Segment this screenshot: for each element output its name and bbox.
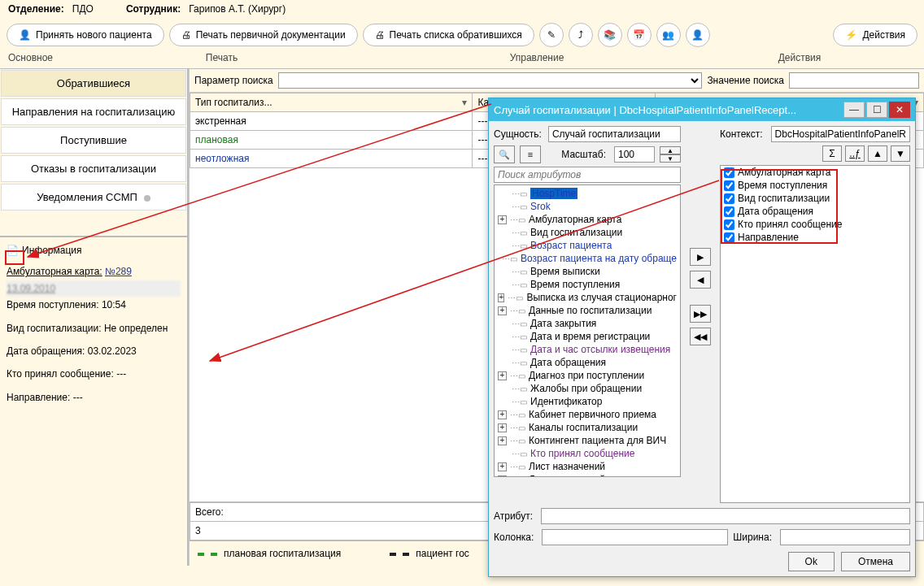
tool-icon-4[interactable]: 📅 [627,23,652,47]
legend-dash-plan-icon [198,553,217,556]
context-input[interactable] [771,126,910,142]
func-button[interactable]: ..ƒ [845,145,865,162]
tree-node[interactable]: ⋯▭ Время выписки [498,265,677,278]
up-button[interactable]: ▲ [868,145,887,162]
entity-input[interactable] [548,126,681,142]
check-input[interactable] [724,219,734,230]
check-input[interactable] [724,180,734,191]
search-param-select[interactable] [278,72,703,89]
info-panel: 📄 Информация Амбулаторная карта: №289 13… [0,236,187,410]
tree-node[interactable]: +⋯▭ Лист назначений [498,460,677,473]
check-item[interactable]: Амбулаторная карта [721,166,909,179]
dialog-titlebar[interactable]: Случай госпитализации | DbcHospitalPatie… [489,98,915,121]
sidebar: Обратившиеся Направления на госпитализац… [0,69,189,566]
blurred-line: 13.09.2010 [7,280,181,297]
tree-node[interactable]: ⋯▭ Дата закрытия [498,317,677,330]
tree-node[interactable]: +⋯▭ Диагноз при поступлении [498,369,677,382]
printer-icon: 🖨 [375,29,385,41]
tool-b-icon[interactable]: ≡ [520,145,541,163]
col-hosp-type[interactable]: Тип госпитализ...▾ [190,93,473,112]
check-input[interactable] [724,232,734,243]
tree-node[interactable]: ⋯▭ Вид госпитализации [498,226,677,239]
sidebar-tab-applied[interactable]: Обратившиеся [1,70,186,97]
scale-down-button[interactable]: ▼ [660,154,681,163]
attr-input[interactable] [541,508,910,524]
move-all-left-button[interactable]: ◀◀ [690,328,711,345]
dept-label: Отделение: [8,3,64,15]
dept-value: ПДО [72,3,94,15]
sidebar-tab-referrals[interactable]: Направления на госпитализацию [1,98,186,125]
search-value-input[interactable] [789,72,919,89]
move-all-right-button[interactable]: ▶▶ [690,305,711,323]
sidebar-tab-refusals[interactable]: Отказы в госпитализации [1,155,186,182]
col-input[interactable] [542,529,728,545]
tree-node[interactable]: ⋯▭ Возраст пациента на дату обраще [498,252,677,265]
tree-node[interactable]: ⋯▭ Дата и час отсылки извещения [498,343,677,356]
sidebar-tab-notifications[interactable]: Уведомления ССМП [1,184,186,211]
tool-icon-5[interactable]: 👥 [656,23,681,47]
check-input[interactable] [724,193,734,204]
tree-node[interactable]: ⋯▭ Идентификатор [498,395,677,408]
accept-patient-button[interactable]: 👤 Принять нового пациента [7,24,164,46]
entity-label: Сущность: [494,128,545,140]
tree-node[interactable]: ⋯▭ Время поступления [498,278,677,291]
tree-node[interactable]: +⋯▭ Амбулаторная карта [498,213,677,226]
card-link[interactable]: №289 [105,266,132,277]
tree-node[interactable]: +⋯▭ Выписка из случая стационарног [498,291,677,304]
tree-node[interactable]: ⋯▭ HospTime [498,187,677,200]
tool-icon-2[interactable]: ⤴ [569,23,593,47]
selected-columns-list[interactable]: Амбулаторная карта Время поступления Вид… [720,165,910,503]
actions-button[interactable]: ⚡ Действия [833,24,917,46]
dialog-title: Случай госпитализации | DbcHospitalPatie… [494,104,842,116]
hospitalization-dialog: Случай госпитализации | DbcHospitalPatie… [488,98,916,577]
main-toolbar: 👤 Принять нового пациента 🖨 Печать перви… [0,18,924,52]
tree-node[interactable]: +⋯▭ Каналы госпитализации [498,421,677,434]
scale-label: Масштаб: [561,149,609,160]
tree-node[interactable]: +⋯▭ Данные по госпитализации [498,304,677,317]
lightning-icon: ⚡ [845,29,857,41]
attribute-tree[interactable]: ⋯▭ HospTime⋯▭ Srok+⋯▭ Амбулаторная карта… [494,184,681,477]
tool-a-icon[interactable]: 🔍 [494,145,515,163]
tool-icon-3[interactable]: 📚 [598,23,622,47]
tool-icon-1[interactable]: ✎ [539,23,564,47]
tree-node[interactable]: +⋯▭ Лист назначений в стационаре [498,473,677,477]
document-icon: 📄 [7,242,19,258]
scale-up-button[interactable]: ▲ [660,146,681,154]
tree-node[interactable]: ⋯▭ Жалобы при обращении [498,382,677,395]
emp-label: Сотрудник: [126,3,181,15]
card-label: Амбулаторная карта: [7,266,102,277]
scale-input[interactable] [614,146,655,163]
ok-button[interactable]: Ok [788,552,835,571]
move-left-button[interactable]: ◀ [690,271,711,289]
info-title: Информация [22,242,81,258]
sidebar-tab-admitted[interactable]: Поступившие [1,127,186,154]
tree-node[interactable]: +⋯▭ Кабинет первичного приема [498,408,677,421]
check-item[interactable]: Направление [721,231,909,244]
check-item[interactable]: Время поступления [721,179,909,192]
check-item[interactable]: Вид госпитализации [721,192,909,205]
tree-node[interactable]: ⋯▭ Дата и время регистрации [498,330,677,343]
maximize-button[interactable]: ☐ [866,102,887,118]
tree-node[interactable]: ⋯▭ Кто принял сообщение [498,447,677,460]
tree-node[interactable]: ⋯▭ Дата обращения [498,356,677,369]
move-right-button[interactable]: ▶ [690,248,711,266]
col-label: Колонка: [494,532,537,543]
attr-search-input[interactable] [494,167,681,183]
tree-node[interactable]: ⋯▭ Srok [498,200,677,213]
width-input[interactable] [780,529,910,545]
sigma-button[interactable]: Σ [822,145,842,162]
print-list-button[interactable]: 🖨 Печать списка обратившихся [363,24,534,46]
check-input[interactable] [724,167,734,178]
printer-icon: 🖨 [181,29,191,41]
close-button[interactable]: ✕ [889,102,910,118]
check-item[interactable]: Кто принял сообщение [721,218,909,231]
down-button[interactable]: ▼ [891,145,910,162]
tree-node[interactable]: +⋯▭ Контингент пациента для ВИЧ [498,434,677,447]
minimize-button[interactable]: — [843,102,865,118]
print-primary-button[interactable]: 🖨 Печать первичной документации [169,24,358,46]
check-item[interactable]: Дата обращения [721,205,909,218]
tree-node[interactable]: ⋯▭ Возраст пациента [498,239,677,252]
tool-icon-6[interactable]: 👤 [686,23,710,47]
cancel-button[interactable]: Отмена [841,552,910,571]
check-input[interactable] [724,206,734,217]
